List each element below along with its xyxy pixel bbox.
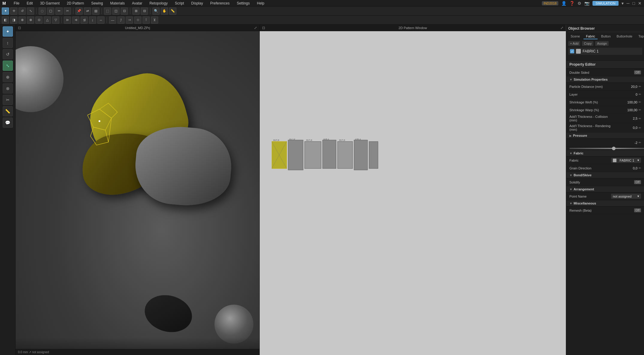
simulation-button[interactable]: SIMULATION [592,1,618,6]
zoom-btn[interactable]: 🔍 [152,7,160,15]
menu-avatar[interactable]: Avatar [131,1,143,6]
pe-thickness-collision-value[interactable]: 2,5 [613,117,637,120]
pe-solidify-value[interactable]: Off [634,180,641,184]
2d-window-icon[interactable]: ⊡ [262,26,265,30]
maximize-icon[interactable]: □ [633,1,635,6]
pe-section-simulation[interactable]: ▼ Simulation Properties [566,76,644,83]
menu-sewing[interactable]: Sewing [90,1,104,6]
pen-tool-btn[interactable]: ✏ [55,7,63,15]
tb2-btn-2[interactable]: ◨ [10,16,17,24]
ob-assign-btn[interactable]: Assign [595,41,609,46]
pe-layer-edit[interactable]: ✏ [639,93,641,96]
pe-thickness-rendering-edit[interactable]: ✏ [639,126,641,130]
tb2-btn-1[interactable]: ◧ [2,16,9,24]
menu-help[interactable]: Help [256,1,266,6]
settings-icon[interactable]: ⚙ [578,1,581,6]
pe-section-arrangement[interactable]: ▼ Arrangement [566,186,644,192]
pe-grain-direction-value[interactable]: 0,0 [613,166,637,170]
pe-pressure-handle[interactable] [612,147,616,150]
rect-select-btn[interactable]: ▢ [47,7,54,15]
pe-particle-distance-value[interactable]: 20,0 [613,85,637,88]
pe-remesh-value[interactable]: Off [634,208,641,212]
rotate-tool-btn[interactable]: ↺ [19,7,26,15]
pe-fabric-type-dropdown[interactable]: FABRIC 1 ▾ [611,158,641,163]
menu-edit[interactable]: Edit [25,1,34,6]
tab-scene[interactable]: Scene [568,34,582,39]
pe-particle-distance-edit[interactable]: ✏ [639,85,641,88]
3d-canvas[interactable] [16,31,259,355]
left-tool-sew[interactable]: ⊗ [3,83,13,94]
tb2-btn-18[interactable]: ⊻ [151,16,158,24]
3d-window-expand[interactable]: ⤢ [254,26,257,30]
tb2-btn-15[interactable]: ⊸ [126,16,133,24]
menu-preferences[interactable]: Preferences [209,1,231,6]
left-tool-select[interactable]: ✦ [3,26,13,37]
tab-topstitch[interactable]: Topstitch [636,34,644,39]
pe-layer-value[interactable]: 0 [613,93,637,96]
tab-buttonhole[interactable]: Buttonhole [614,34,635,39]
tb2-btn-17[interactable]: ⊺ [143,16,150,24]
pe-pressure-value[interactable]: -2 [613,141,637,145]
tb2-btn-9[interactable]: ⊲ [72,16,79,24]
pe-thickness-collision-edit[interactable]: ✏ [639,117,641,120]
pan-btn[interactable]: ✋ [161,7,168,15]
tb2-btn-4[interactable]: ⊗ [27,16,34,24]
lasso-tool-btn[interactable]: ◌ [39,7,46,15]
fabric-checkbox[interactable]: ✓ [570,49,574,53]
measure-btn[interactable]: 📏 [169,7,176,15]
pe-section-fabric[interactable]: ▼ Fabric [566,150,644,157]
scale-tool-btn[interactable]: ⤡ [27,7,34,15]
menu-2d-pattern[interactable]: 2D Pattern [66,1,85,6]
menu-script[interactable]: Script [174,1,185,6]
left-tool-measure[interactable]: 📏 [3,106,13,116]
fabric-item-1[interactable]: ✓ FABRIC 1 [568,48,642,55]
close-icon[interactable]: ✕ [638,1,642,6]
view-btn-3[interactable]: ⊡ [121,7,128,15]
left-tool-move[interactable]: ↕ [3,38,13,48]
tb2-btn-5[interactable]: ⊙ [35,16,43,24]
pe-shrinkage-weft-edit[interactable]: ✏ [639,100,641,104]
minimize-icon[interactable]: ─ [627,1,630,6]
tb2-btn-12[interactable]: ↔ [97,16,105,24]
ob-add-btn[interactable]: + Add [568,41,580,46]
pe-thickness-rendering-value[interactable]: 0,0 [613,126,637,130]
left-tool-cut[interactable]: ✂ [3,95,13,105]
pe-grain-direction-edit[interactable]: ✏ [639,166,641,170]
pe-pressure-slider[interactable] [569,148,644,149]
tape-tool-btn[interactable]: ▤ [92,7,99,15]
view-btn-2[interactable]: ◫ [112,7,120,15]
viewport-2d[interactable]: ⊡ 2D Pattern Window ⤢ 317,0 317,0 317,0 … [260,25,566,355]
pe-section-pressure[interactable]: ▶ Pressure [566,133,644,139]
tb2-btn-10[interactable]: ⊴ [81,16,88,24]
select-tool-btn[interactable]: ✦ [2,7,9,15]
viewport-3d[interactable]: ⊡ Untitled_MD.ZPrj ⤢ 0.0 mm ↗ not assign… [16,25,260,355]
tb2-btn-13[interactable]: — [109,16,116,24]
menu-file[interactable]: File [13,1,21,6]
menu-settings[interactable]: Settings [235,1,251,6]
tb2-btn-11[interactable]: ↕ [89,16,96,24]
tb2-btn-6[interactable]: △ [44,16,51,24]
tb2-btn-16[interactable]: ⊹ [134,16,141,24]
left-tool-annotation[interactable]: 💬 [3,118,13,128]
cut-tool-btn[interactable]: ✂ [64,7,71,15]
menu-display[interactable]: Display [190,1,204,6]
user-icon[interactable]: 👤 [561,1,566,6]
move-tool-btn[interactable]: ✛ [10,7,17,15]
pe-point-name-dropdown[interactable]: not assigned ▾ [611,194,641,199]
ob-copy-btn[interactable]: Copy [582,41,593,46]
pe-double-sided-value[interactable]: Off [634,70,641,74]
tab-button[interactable]: Button [599,34,613,39]
help-icon[interactable]: ❓ [569,1,575,6]
pe-pressure-edit[interactable]: ✏ [639,141,641,144]
pe-shrinkage-weft-value[interactable]: 100,00 [613,100,637,104]
expand-icon[interactable]: ▾ [622,1,624,6]
left-tool-pin[interactable]: ⊕ [3,72,13,82]
pe-shrinkage-warp-value[interactable]: 100,00 [613,108,637,112]
menu-3d-garment[interactable]: 3D Garment [39,1,61,6]
tab-fabric[interactable]: Fabric [583,34,598,39]
pin-tool-btn[interactable]: 📌 [75,7,83,15]
3d-window-icon[interactable]: ⊡ [18,26,21,30]
tb2-btn-8[interactable]: ⊳ [64,16,71,24]
pe-shrinkage-warp-edit[interactable]: ✏ [639,108,641,112]
left-tool-scale[interactable]: ⤡ [3,61,13,71]
